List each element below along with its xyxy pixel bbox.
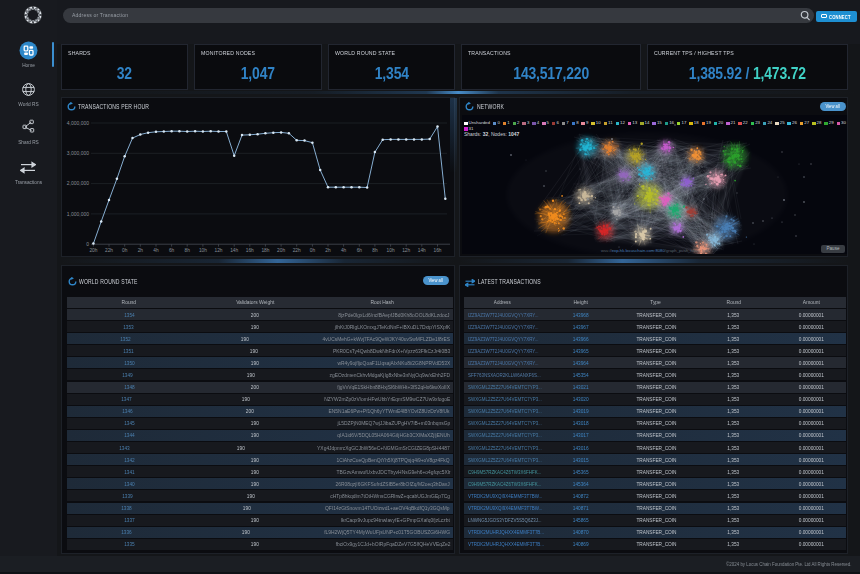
svg-text:16h: 16h [246, 248, 254, 253]
svg-text:2,000,000: 2,000,000 [67, 180, 89, 186]
svg-text:0: 0 [86, 241, 89, 247]
svg-text:0h: 0h [310, 248, 316, 253]
svg-text:6h: 6h [357, 248, 363, 253]
svg-text:20h: 20h [277, 248, 285, 253]
svg-text:4h: 4h [341, 248, 347, 253]
svg-text:20h: 20h [89, 248, 97, 253]
svg-text:16h: 16h [433, 248, 441, 253]
svg-text:22h: 22h [293, 248, 301, 253]
svg-text:0h: 0h [122, 248, 128, 253]
svg-text:12h: 12h [402, 248, 410, 253]
svg-text:4h: 4h [153, 248, 159, 253]
svg-text:3,000,000: 3,000,000 [67, 150, 89, 156]
svg-text:1,000,000: 1,000,000 [67, 211, 89, 217]
svg-text:22h: 22h [105, 248, 113, 253]
svg-text:14h: 14h [230, 248, 238, 253]
svg-text:18h: 18h [261, 248, 269, 253]
svg-text:10h: 10h [387, 248, 395, 253]
svg-text:2h: 2h [138, 248, 144, 253]
svg-text:4,000,000: 4,000,000 [67, 120, 89, 126]
svg-text:8h: 8h [185, 248, 191, 253]
svg-text:6h: 6h [169, 248, 175, 253]
svg-text:10h: 10h [199, 248, 207, 253]
svg-text:2h: 2h [325, 248, 331, 253]
svg-text:14h: 14h [418, 248, 426, 253]
svg-text:8h: 8h [372, 248, 378, 253]
svg-text:12h: 12h [214, 248, 222, 253]
